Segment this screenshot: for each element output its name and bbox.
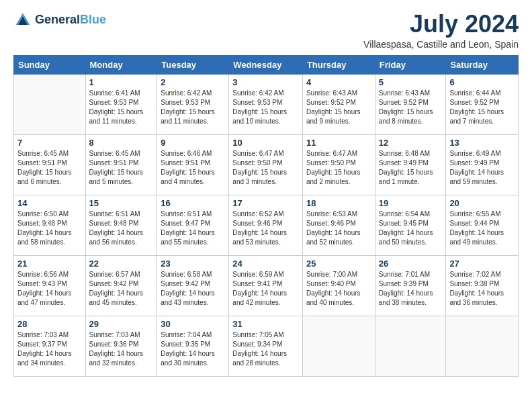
day-cell: 5Sunrise: 6:43 AM Sunset: 9:52 PM Daylig… xyxy=(375,74,446,134)
day-number: 9 xyxy=(161,138,225,148)
day-cell: 21Sunrise: 6:56 AM Sunset: 9:43 PM Dayli… xyxy=(14,255,86,316)
day-number: 31 xyxy=(232,319,299,329)
day-cell: 16Sunrise: 6:51 AM Sunset: 9:47 PM Dayli… xyxy=(157,195,229,255)
day-info: Sunrise: 6:43 AM Sunset: 9:52 PM Dayligh… xyxy=(306,89,371,126)
day-cell: 8Sunrise: 6:45 AM Sunset: 9:51 PM Daylig… xyxy=(85,134,157,195)
day-cell xyxy=(375,316,446,376)
day-cell: 7Sunrise: 6:45 AM Sunset: 9:51 PM Daylig… xyxy=(14,134,86,195)
day-number: 8 xyxy=(89,138,154,148)
day-info: Sunrise: 7:03 AM Sunset: 9:37 PM Dayligh… xyxy=(17,330,82,368)
day-info: Sunrise: 6:47 AM Sunset: 9:50 PM Dayligh… xyxy=(232,149,299,187)
day-number: 19 xyxy=(379,198,443,208)
day-number: 5 xyxy=(379,77,443,87)
column-header-sunday: Sunday xyxy=(14,55,86,74)
day-number: 14 xyxy=(17,198,82,208)
day-cell: 15Sunrise: 6:51 AM Sunset: 9:48 PM Dayli… xyxy=(85,195,157,255)
day-info: Sunrise: 6:55 AM Sunset: 9:44 PM Dayligh… xyxy=(449,210,515,247)
day-number: 30 xyxy=(161,319,225,329)
day-number: 25 xyxy=(306,259,371,269)
day-number: 12 xyxy=(379,138,443,148)
day-number: 18 xyxy=(306,198,371,208)
day-cell: 31Sunrise: 7:05 AM Sunset: 9:34 PM Dayli… xyxy=(229,316,303,376)
page-header: GeneralBlue July 2024 Villaespasa, Casti… xyxy=(13,11,519,50)
day-info: Sunrise: 6:59 AM Sunset: 9:41 PM Dayligh… xyxy=(232,270,299,308)
day-number: 7 xyxy=(17,138,82,148)
title-block: July 2024 Villaespasa, Castille and Leon… xyxy=(363,11,519,50)
day-info: Sunrise: 6:45 AM Sunset: 9:51 PM Dayligh… xyxy=(17,149,82,187)
day-cell: 1Sunrise: 6:41 AM Sunset: 9:53 PM Daylig… xyxy=(85,74,157,134)
day-info: Sunrise: 6:42 AM Sunset: 9:53 PM Dayligh… xyxy=(232,89,299,126)
day-number: 6 xyxy=(449,77,515,87)
day-number: 4 xyxy=(306,77,371,87)
day-number: 15 xyxy=(89,198,154,208)
day-number: 13 xyxy=(449,138,515,148)
day-info: Sunrise: 6:42 AM Sunset: 9:53 PM Dayligh… xyxy=(161,89,225,126)
day-number: 21 xyxy=(17,259,82,269)
day-number: 3 xyxy=(232,77,299,87)
day-number: 23 xyxy=(161,259,225,269)
day-cell: 18Sunrise: 6:53 AM Sunset: 9:46 PM Dayli… xyxy=(302,195,375,255)
day-info: Sunrise: 6:46 AM Sunset: 9:51 PM Dayligh… xyxy=(161,149,225,187)
column-header-tuesday: Tuesday xyxy=(157,55,229,74)
day-number: 24 xyxy=(232,259,299,269)
day-cell: 12Sunrise: 6:48 AM Sunset: 9:49 PM Dayli… xyxy=(375,134,446,195)
week-row-4: 21Sunrise: 6:56 AM Sunset: 9:43 PM Dayli… xyxy=(14,255,519,316)
day-cell: 3Sunrise: 6:42 AM Sunset: 9:53 PM Daylig… xyxy=(229,74,303,134)
day-info: Sunrise: 6:58 AM Sunset: 9:42 PM Dayligh… xyxy=(161,270,225,308)
day-cell: 11Sunrise: 6:47 AM Sunset: 9:50 PM Dayli… xyxy=(302,134,375,195)
day-info: Sunrise: 6:43 AM Sunset: 9:52 PM Dayligh… xyxy=(379,89,443,126)
day-cell: 17Sunrise: 6:52 AM Sunset: 9:46 PM Dayli… xyxy=(229,195,303,255)
calendar-title: July 2024 xyxy=(363,11,519,38)
day-cell xyxy=(446,316,519,376)
day-cell: 6Sunrise: 6:44 AM Sunset: 9:52 PM Daylig… xyxy=(446,74,519,134)
day-info: Sunrise: 6:45 AM Sunset: 9:51 PM Dayligh… xyxy=(89,149,154,187)
day-info: Sunrise: 7:03 AM Sunset: 9:36 PM Dayligh… xyxy=(89,330,154,368)
day-number: 16 xyxy=(161,198,225,208)
day-cell: 19Sunrise: 6:54 AM Sunset: 9:45 PM Dayli… xyxy=(375,195,446,255)
day-info: Sunrise: 6:51 AM Sunset: 9:48 PM Dayligh… xyxy=(89,210,154,247)
day-info: Sunrise: 6:53 AM Sunset: 9:46 PM Dayligh… xyxy=(306,210,371,247)
calendar-header-row: SundayMondayTuesdayWednesdayThursdayFrid… xyxy=(14,55,519,74)
day-cell: 29Sunrise: 7:03 AM Sunset: 9:36 PM Dayli… xyxy=(85,316,157,376)
day-number: 29 xyxy=(89,319,154,329)
day-cell: 22Sunrise: 6:57 AM Sunset: 9:42 PM Dayli… xyxy=(85,255,157,316)
day-number: 27 xyxy=(449,259,515,269)
day-info: Sunrise: 6:47 AM Sunset: 9:50 PM Dayligh… xyxy=(306,149,371,187)
calendar-body: 1Sunrise: 6:41 AM Sunset: 9:53 PM Daylig… xyxy=(14,74,519,376)
day-number: 1 xyxy=(89,77,154,87)
day-cell xyxy=(302,316,375,376)
day-number: 20 xyxy=(449,198,515,208)
day-number: 26 xyxy=(379,259,443,269)
column-header-monday: Monday xyxy=(85,55,157,74)
week-row-3: 14Sunrise: 6:50 AM Sunset: 9:48 PM Dayli… xyxy=(14,195,519,255)
day-info: Sunrise: 6:54 AM Sunset: 9:45 PM Dayligh… xyxy=(379,210,443,247)
column-header-thursday: Thursday xyxy=(302,55,375,74)
day-cell: 4Sunrise: 6:43 AM Sunset: 9:52 PM Daylig… xyxy=(302,74,375,134)
column-header-saturday: Saturday xyxy=(446,55,519,74)
day-info: Sunrise: 6:51 AM Sunset: 9:47 PM Dayligh… xyxy=(161,210,225,247)
day-cell: 27Sunrise: 7:02 AM Sunset: 9:38 PM Dayli… xyxy=(446,255,519,316)
day-info: Sunrise: 6:44 AM Sunset: 9:52 PM Dayligh… xyxy=(449,89,515,126)
day-info: Sunrise: 7:05 AM Sunset: 9:34 PM Dayligh… xyxy=(232,330,299,368)
day-info: Sunrise: 6:56 AM Sunset: 9:43 PM Dayligh… xyxy=(17,270,82,308)
day-number: 10 xyxy=(232,138,299,148)
column-header-friday: Friday xyxy=(375,55,446,74)
day-cell: 14Sunrise: 6:50 AM Sunset: 9:48 PM Dayli… xyxy=(14,195,86,255)
day-number: 2 xyxy=(161,77,225,87)
day-cell: 24Sunrise: 6:59 AM Sunset: 9:41 PM Dayli… xyxy=(229,255,303,316)
day-cell: 20Sunrise: 6:55 AM Sunset: 9:44 PM Dayli… xyxy=(446,195,519,255)
day-info: Sunrise: 6:57 AM Sunset: 9:42 PM Dayligh… xyxy=(89,270,154,308)
day-number: 28 xyxy=(17,319,82,329)
day-cell: 23Sunrise: 6:58 AM Sunset: 9:42 PM Dayli… xyxy=(157,255,229,316)
day-cell: 2Sunrise: 6:42 AM Sunset: 9:53 PM Daylig… xyxy=(157,74,229,134)
day-info: Sunrise: 6:52 AM Sunset: 9:46 PM Dayligh… xyxy=(232,210,299,247)
day-number: 22 xyxy=(89,259,154,269)
logo: GeneralBlue xyxy=(13,11,106,30)
week-row-1: 1Sunrise: 6:41 AM Sunset: 9:53 PM Daylig… xyxy=(14,74,519,134)
week-row-2: 7Sunrise: 6:45 AM Sunset: 9:51 PM Daylig… xyxy=(14,134,519,195)
calendar-table: SundayMondayTuesdayWednesdayThursdayFrid… xyxy=(13,55,519,377)
day-info: Sunrise: 6:49 AM Sunset: 9:49 PM Dayligh… xyxy=(449,149,515,187)
day-number: 17 xyxy=(232,198,299,208)
day-info: Sunrise: 7:01 AM Sunset: 9:39 PM Dayligh… xyxy=(379,270,443,308)
day-cell: 26Sunrise: 7:01 AM Sunset: 9:39 PM Dayli… xyxy=(375,255,446,316)
